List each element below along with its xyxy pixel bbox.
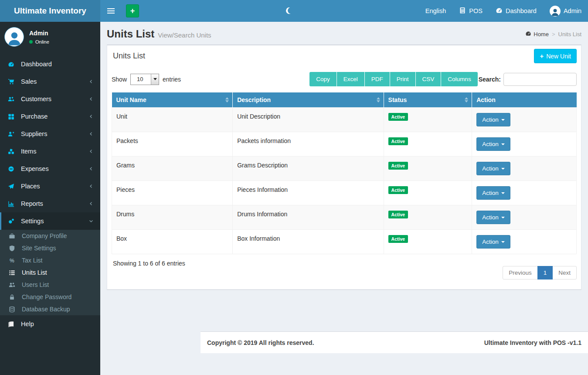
sidebar-item-purchase[interactable]: Purchase — [0, 108, 100, 125]
next-page-button[interactable]: Next — [552, 266, 577, 280]
units-table: Unit Name Description Status Action Unit… — [112, 92, 577, 254]
table-controls: Show 10 entries Copy Excel PDF Print CSV… — [107, 67, 581, 91]
brand-logo[interactable]: Ultimate Inventory — [0, 0, 100, 22]
breadcrumb: Home > Units List — [525, 31, 581, 38]
sidebar-item-reports[interactable]: Reports — [0, 195, 100, 212]
columns-button[interactable]: Columns — [441, 72, 477, 86]
previous-page-button[interactable]: Previous — [503, 266, 538, 280]
table-row: Drums Drums Information Active Action — [112, 205, 577, 230]
csv-button[interactable]: CSV — [416, 72, 442, 86]
online-dot-icon — [29, 40, 33, 44]
sidebar-item-users-list[interactable]: Users List — [0, 279, 100, 291]
action-dropdown-button[interactable]: Action — [476, 162, 510, 175]
gauge-icon — [8, 61, 18, 68]
breadcrumb-home[interactable]: Home — [525, 31, 549, 38]
action-cell: Action — [472, 181, 577, 205]
lock-icon — [9, 294, 19, 300]
top-navbar: + English POS Dashboard — [100, 0, 588, 22]
hamburger-icon — [107, 7, 115, 15]
gears-icon — [8, 218, 18, 225]
dashboard-link[interactable]: Dashboard — [489, 0, 543, 22]
page-length-select[interactable]: 10 — [130, 74, 159, 85]
status-badge: Active — [388, 137, 408, 145]
description-cell: Drums Information — [233, 205, 384, 230]
pdf-button[interactable]: PDF — [365, 72, 390, 86]
print-button[interactable]: Print — [390, 72, 416, 86]
sidebar-item-customers[interactable]: Customers — [0, 90, 100, 108]
table-footer: Showing 1 to 6 of 6 entries Previous 1 N… — [107, 254, 581, 289]
page-1-button[interactable]: 1 — [537, 266, 553, 280]
chevron-left-icon — [88, 184, 94, 189]
table-row: Unit Unit Description Active Action — [112, 108, 577, 132]
header-unit-name[interactable]: Unit Name — [112, 92, 233, 108]
sidebar-item-settings[interactable]: Settings — [0, 212, 100, 230]
sidebar-item-label: Customers — [18, 95, 88, 102]
status-cell: Active — [384, 230, 472, 254]
chevron-left-icon — [88, 96, 94, 102]
sidebar-item-expenses[interactable]: Expenses — [0, 160, 100, 177]
dashboard-label: Dashboard — [506, 7, 537, 14]
sidebar-item-label: Units List — [19, 269, 94, 276]
header-status[interactable]: Status — [384, 92, 472, 108]
status-badge: Active — [388, 162, 408, 170]
sidebar-item-units-list[interactable]: Units List — [0, 266, 100, 279]
sidebar-item-sales[interactable]: Sales — [0, 73, 100, 90]
status-cell: Active — [384, 157, 472, 181]
sidebar-item-dashboard[interactable]: Dashboard — [0, 55, 100, 73]
language-menu[interactable]: English — [419, 0, 453, 22]
sidebar-item-label: Items — [18, 148, 88, 155]
excel-button[interactable]: Excel — [337, 72, 365, 86]
sidebar-item-items[interactable]: Items — [0, 143, 100, 160]
new-unit-button[interactable]: + New Unit — [534, 49, 577, 63]
sidebar-menu: Dashboard Sales Customers Purchase Suppl… — [0, 55, 100, 333]
sidebar-item-site-settings[interactable]: Site Settings — [0, 242, 100, 254]
status-badge: Active — [388, 211, 408, 218]
sidebar-item-change-password[interactable]: Change Password — [0, 291, 100, 303]
sidebar-toggle-button[interactable] — [100, 0, 122, 22]
svg-text:%: % — [10, 257, 14, 263]
briefcase-icon — [9, 233, 19, 239]
user-plus-icon — [8, 131, 18, 137]
table-row: Box Box Information Active Action — [112, 230, 577, 254]
action-dropdown-button[interactable]: Action — [476, 235, 510, 249]
action-cell: Action — [472, 205, 577, 230]
content-header: Units ListView/Search Units Home > Units… — [100, 22, 588, 44]
status-badge: Active — [388, 235, 408, 243]
chevron-left-icon — [88, 201, 94, 206]
action-dropdown-button[interactable]: Action — [476, 113, 510, 126]
sidebar-item-database-backup[interactable]: Database Backup — [0, 303, 100, 315]
sidebar-item-tax-list[interactable]: % Tax List — [0, 254, 100, 266]
action-dropdown-button[interactable]: Action — [476, 137, 510, 151]
sidebar-item-places[interactable]: Places — [0, 177, 100, 195]
breadcrumb-home-label: Home — [534, 31, 549, 38]
sidebar-item-label: Change Password — [19, 293, 94, 300]
search-input[interactable] — [503, 73, 577, 86]
action-dropdown-button[interactable]: Action — [476, 186, 510, 200]
avatar — [550, 6, 561, 17]
sidebar-item-label: Reports — [18, 200, 88, 207]
sidebar-item-label: Tax List — [19, 257, 94, 264]
sidebar-item-help[interactable]: Help — [0, 315, 100, 333]
search-label: Search: — [479, 76, 501, 83]
description-cell: Box Information — [233, 230, 384, 254]
chevron-left-icon — [88, 79, 94, 84]
navbar-right: English POS Dashboard Admin — [419, 0, 588, 22]
cart-icon — [8, 78, 18, 85]
sidebar-user-status: Online — [29, 39, 49, 44]
user-menu[interactable]: Admin — [543, 0, 588, 22]
moon-icon[interactable] — [286, 7, 293, 14]
copy-button[interactable]: Copy — [309, 72, 337, 86]
gauge-icon — [525, 31, 531, 38]
header-description[interactable]: Description — [233, 92, 384, 108]
unit-name-cell: Unit — [112, 108, 233, 132]
caret-down-icon — [501, 192, 505, 194]
quick-add-button[interactable]: + — [126, 4, 139, 17]
status-cell: Active — [384, 132, 472, 157]
pos-link[interactable]: POS — [452, 0, 489, 22]
action-cell: Action — [472, 230, 577, 254]
action-dropdown-button[interactable]: Action — [476, 211, 510, 224]
sidebar-item-suppliers[interactable]: Suppliers — [0, 125, 100, 143]
sidebar-item-company-profile[interactable]: Company Profile — [0, 230, 100, 242]
version-text: Ultimate Inventory with POS -v1.1 — [484, 339, 581, 346]
description-cell: Packets information — [233, 132, 384, 157]
